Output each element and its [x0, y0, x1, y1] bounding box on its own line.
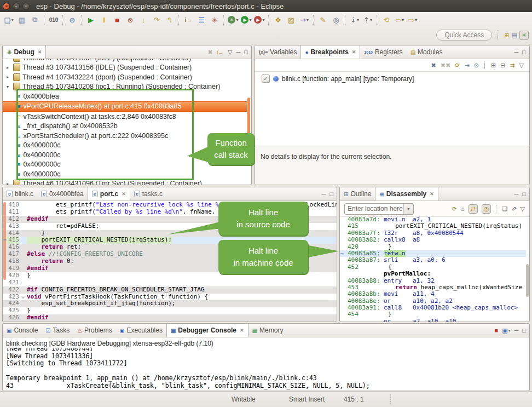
tab-port-c[interactable]: c port.c ✕	[88, 187, 130, 200]
code-line[interactable]: 426#endif	[3, 314, 337, 322]
cpp-perspective-icon[interactable]: ▤	[511, 32, 517, 39]
step-return-icon[interactable]: ↰	[163, 14, 176, 26]
home-icon[interactable]: ⌂	[461, 205, 465, 212]
skip-all-breakpoints-icon[interactable]: ⊘	[66, 14, 79, 26]
quick-access-button[interactable]: Quick Access	[436, 30, 492, 41]
thread-row[interactable]: ▾Thread #5 1073410208 (ipc1 : Running) (…	[3, 82, 247, 92]
tab-debug[interactable]: ✳ Debug ✕	[3, 45, 46, 59]
status-drag-handle[interactable]	[390, 394, 391, 404]
disasm-row[interactable]: or a2, a10, a10	[340, 318, 526, 322]
disconnect-icon[interactable]: ⊗	[124, 14, 137, 26]
tab-tasks-c[interactable]: c tasks.c	[130, 187, 166, 200]
maximize-icon[interactable]: □	[522, 191, 526, 197]
link-with-debug-view-icon[interactable]: ⇉	[510, 62, 514, 69]
step-into-icon[interactable]: ↓	[137, 14, 150, 26]
instruction-stepping-mode-icon[interactable]: i→	[217, 49, 224, 55]
maximize-icon[interactable]: □	[522, 49, 526, 55]
terminate-console-icon[interactable]: ■	[494, 327, 498, 334]
search-icon[interactable]: ◎	[329, 14, 343, 26]
window-maximize-icon[interactable]: ▫	[22, 3, 30, 10]
disasm-row[interactable]: 40083a87:srli a3, a0, 6	[340, 257, 526, 263]
open-resource-icon[interactable]: ▨	[285, 14, 298, 26]
close-icon[interactable]: ✕	[122, 191, 126, 197]
profile-icon[interactable]: ▶▾	[253, 14, 266, 26]
open-new-view-icon[interactable]: ⇗	[511, 205, 516, 213]
close-icon[interactable]: ✕	[38, 49, 42, 55]
tab-disassembly[interactable]: ≣ Disassembly ✕	[375, 187, 438, 200]
collapse-all-icon[interactable]: ⊟	[500, 62, 505, 69]
sync-with-selection-icon[interactable]: ⇄	[469, 204, 478, 214]
next-annotation-icon[interactable]: ⇣▾	[348, 14, 361, 26]
minimize-icon[interactable]: ─	[322, 191, 326, 197]
display-selected-console-icon[interactable]: ▣▾	[502, 327, 510, 334]
tab-problems[interactable]: ⚠ Problems	[73, 324, 116, 337]
window-close-icon[interactable]: ✕	[3, 3, 10, 10]
instruction-stepping-icon[interactable]: i→	[182, 14, 195, 26]
disasm-row[interactable]: 40083a91:call8 0x40081b20 <heap_caps_mal…	[340, 305, 526, 311]
thread-row[interactable]: ▸Thread #6 1073431096 (Tmr Svc) (Suspend…	[3, 179, 247, 185]
remove-all-terminated-icon[interactable]: ✖	[207, 49, 212, 56]
tab-blink-c[interactable]: c blink.c	[3, 187, 37, 200]
tab-variables[interactable]: (x)= Variables	[255, 45, 300, 59]
minimize-icon[interactable]: ─	[514, 191, 519, 197]
minimize-icon[interactable]: ─	[236, 49, 241, 55]
previous-annotation-icon[interactable]: ⇡▾	[361, 14, 374, 26]
tab-executables[interactable]: ◉ Executables	[116, 324, 166, 337]
stack-frame-row[interactable]: ≡0x4000000c	[3, 169, 247, 179]
console-output[interactable]: [New Thread 1073468744][New Thread 10734…	[3, 348, 529, 389]
tab-debugger-console[interactable]: ▣ Debugger Console ✕	[166, 324, 248, 337]
expand-all-icon[interactable]: ⊞	[491, 62, 496, 69]
remove-breakpoint-icon[interactable]: ✖	[431, 62, 436, 69]
code-line[interactable]: 424 esp_set_breakpoint_if_jtag(function)…	[3, 300, 337, 307]
last-edit-location-icon[interactable]: ⟲	[380, 14, 393, 26]
location-input[interactable]: Enter location here ▾	[344, 203, 414, 215]
maximize-icon[interactable]: □	[329, 191, 333, 197]
save-icon[interactable]: ▦	[15, 14, 28, 26]
terminate-icon[interactable]: ■	[111, 14, 124, 26]
chevron-down-icon[interactable]: ▾	[403, 204, 413, 214]
tree-expander-icon[interactable]: ▸	[7, 74, 12, 79]
debug-call-stack-tree[interactable]: ▸Thread #2 1073411332 (IDLE) (Suspended …	[3, 59, 247, 185]
view-menu-icon[interactable]: ▽	[519, 62, 524, 69]
disasm-row[interactable]: 452{	[340, 264, 526, 271]
debug-icon[interactable]: ✳▾	[227, 14, 240, 26]
tree-expander-icon[interactable]: ▸	[7, 65, 12, 70]
breakpoint-item[interactable]: ✓ blink.c [function: app_main] [type: Te…	[255, 72, 529, 83]
open-perspective-icon[interactable]: ⊞	[504, 32, 509, 39]
debug-perspective-icon[interactable]: ✳	[519, 31, 529, 40]
thread-row[interactable]: ▸Thread #4 1073432224 (dport) (Suspended…	[3, 72, 247, 82]
run-icon[interactable]: ▶▾	[240, 14, 253, 26]
stack-frame-row[interactable]: ≡_frxt_dispatch() at 0x4008532b	[3, 122, 247, 131]
track-pc-icon[interactable]: ◎	[482, 204, 491, 214]
tab-outline[interactable]: ⊞ Outline	[340, 187, 375, 200]
suspend-icon[interactable]: ‖	[97, 14, 111, 26]
disasm-row[interactable]: 40083a82:callx8 a8	[340, 237, 526, 243]
close-icon[interactable]: ✕	[240, 328, 244, 333]
tab-tasks[interactable]: ☑ Tasks	[42, 324, 73, 337]
skip-all-breakpoints-icon[interactable]: ⊘	[474, 62, 479, 69]
forward-icon[interactable]: ⇨▾	[406, 14, 419, 26]
window-minimize-icon[interactable]: −	[13, 3, 20, 10]
back-icon[interactable]: ⇦▾	[393, 14, 406, 26]
disassembly-listing[interactable]: 40083a7d:movi.n a2, 1415 portEXIT_CRITIC…	[340, 216, 526, 322]
new-icon[interactable]: ▤▾	[2, 14, 15, 26]
tab-modules[interactable]: ▤ Modules	[407, 45, 447, 59]
view-menu-icon[interactable]: ▽	[228, 49, 232, 56]
step-over-icon[interactable]: ↷	[150, 14, 163, 26]
mark-occurrences-icon[interactable]: ✎	[316, 14, 329, 26]
remove-all-breakpoints-icon[interactable]: ✖✖	[441, 62, 450, 69]
thread-row[interactable]: ▸Thread #2 1073411332 (IDLE) (Suspended …	[3, 59, 247, 63]
refresh-icon[interactable]: ⟳	[452, 205, 457, 213]
breakpoint-checkbox[interactable]: ✓	[262, 74, 270, 83]
binary-icon[interactable]: 010	[47, 14, 60, 26]
view-menu-icon[interactable]: ▽	[521, 205, 525, 213]
tab-console[interactable]: ▣ Console	[3, 324, 42, 337]
step-filters-icon[interactable]: ☰	[195, 14, 208, 26]
tab-memory[interactable]: ▦ Memory	[248, 324, 287, 337]
tab-breakpoints[interactable]: ● Breakpoints ✕	[300, 45, 360, 59]
go-to-file-icon[interactable]: ⇥	[464, 62, 469, 69]
stack-frame-row[interactable]: ≡0x4000bfea	[3, 91, 247, 101]
close-icon[interactable]: ✕	[430, 191, 434, 197]
minimize-icon[interactable]: ─	[514, 327, 519, 334]
external-tools-icon[interactable]: ⇝▾	[298, 14, 311, 26]
